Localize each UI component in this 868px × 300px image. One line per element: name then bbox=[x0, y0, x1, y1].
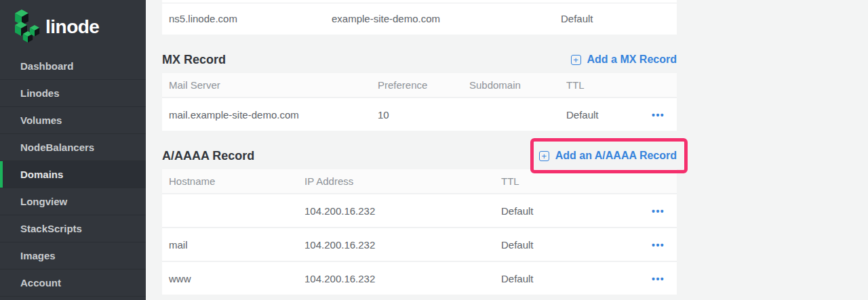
mx-table-header: Mail Server Preference Subdomain TTL bbox=[162, 73, 677, 97]
ellipsis-menu-icon[interactable]: ••• bbox=[652, 206, 665, 217]
a-ip-address-cell: 104.200.16.232 bbox=[304, 205, 501, 217]
mx-record-table: Mail Server Preference Subdomain TTL mai… bbox=[162, 73, 677, 131]
mx-preference-cell: 10 bbox=[378, 109, 469, 121]
a-ttl-cell: Default bbox=[501, 205, 646, 217]
a-table-row: 104.200.16.232 Default ••• bbox=[162, 193, 677, 227]
plus-square-icon: + bbox=[571, 55, 581, 65]
add-mx-record-button[interactable]: + Add a MX Record bbox=[571, 53, 677, 66]
ellipsis-menu-icon[interactable]: ••• bbox=[652, 274, 665, 284]
add-a-aaaa-record-label: Add an A/AAAA Record bbox=[555, 150, 677, 162]
mx-ttl-cell: Default bbox=[566, 109, 646, 121]
sidebar-item-linodes[interactable]: Linodes bbox=[0, 80, 146, 107]
a-row-actions: ••• bbox=[646, 239, 677, 251]
mx-table-row: mail.example-site-demo.com 10 Default ••… bbox=[162, 97, 677, 131]
a-hostname-cell: mail bbox=[162, 239, 304, 251]
sidebar-item-longview[interactable]: Longview bbox=[0, 188, 146, 215]
a-row-actions: ••• bbox=[646, 273, 677, 284]
a-ip-address-cell: 104.200.16.232 bbox=[304, 239, 501, 251]
mx-col-ttl: TTL bbox=[566, 79, 646, 91]
mx-col-subdomain: Subdomain bbox=[469, 79, 566, 91]
a-aaaa-section-title: A/AAAA Record bbox=[162, 149, 254, 163]
ns-subdomain-cell: example-site-demo.com bbox=[332, 13, 561, 24]
domain-records-page: ns5.linode.com example-site-demo.com Def… bbox=[146, 0, 868, 300]
mx-section-header: MX Record + Add a MX Record bbox=[162, 51, 677, 68]
linode-cubes-icon bbox=[12, 9, 41, 44]
sidebar-item-dashboard[interactable]: Dashboard bbox=[0, 53, 146, 80]
a-table-row: mail 104.200.16.232 Default ••• bbox=[162, 227, 677, 261]
plus-square-icon: + bbox=[539, 151, 549, 161]
a-col-hostname: Hostname bbox=[162, 175, 304, 187]
sidebar-item-images[interactable]: Images bbox=[0, 242, 146, 270]
mx-col-mail-server: Mail Server bbox=[162, 79, 378, 91]
sidebar-item-domains[interactable]: Domains bbox=[0, 161, 146, 188]
ellipsis-menu-icon[interactable]: ••• bbox=[652, 240, 665, 251]
mx-col-preference: Preference bbox=[378, 79, 469, 91]
ns-ttl-cell: Default bbox=[561, 13, 677, 24]
linode-logo[interactable]: linode bbox=[0, 0, 146, 53]
mx-section-title: MX Record bbox=[162, 53, 226, 67]
sidebar-item-nodebalancers[interactable]: NodeBalancers bbox=[0, 134, 146, 161]
a-aaaa-record-table: Hostname IP Address TTL 104.200.16.232 D… bbox=[162, 169, 677, 295]
a-table-header: Hostname IP Address TTL bbox=[162, 169, 677, 193]
ellipsis-menu-icon[interactable]: ••• bbox=[652, 110, 665, 121]
a-col-ttl: TTL bbox=[501, 175, 646, 187]
linode-manager-app: linode Dashboard Linodes Volumes NodeBal… bbox=[0, 0, 868, 300]
sidebar-item-stackscripts[interactable]: StackScripts bbox=[0, 215, 146, 242]
a-col-ip-address: IP Address bbox=[304, 175, 501, 187]
ns-table-row: ns5.linode.com example-site-demo.com Def… bbox=[162, 3, 677, 34]
a-aaaa-section-header: A/AAAA Record + Add an A/AAAA Record bbox=[162, 147, 677, 165]
mx-row-actions: ••• bbox=[646, 109, 677, 121]
logo-wordmark: linode bbox=[45, 16, 99, 38]
a-table-row: www 104.200.16.232 Default ••• bbox=[162, 261, 677, 295]
add-a-aaaa-record-button[interactable]: + Add an A/AAAA Record bbox=[539, 150, 677, 162]
add-mx-record-label: Add a MX Record bbox=[587, 53, 677, 66]
a-hostname-cell: www bbox=[162, 273, 304, 284]
a-ttl-cell: Default bbox=[501, 239, 646, 251]
ns-name-server-cell: ns5.linode.com bbox=[162, 13, 332, 24]
sidebar-item-volumes[interactable]: Volumes bbox=[0, 107, 146, 134]
a-ttl-cell: Default bbox=[501, 273, 646, 284]
sidebar-item-account[interactable]: Account bbox=[0, 270, 146, 297]
a-ip-address-cell: 104.200.16.232 bbox=[304, 273, 501, 284]
sidebar: linode Dashboard Linodes Volumes NodeBal… bbox=[0, 0, 146, 300]
ns-record-table-partial: ns5.linode.com example-site-demo.com Def… bbox=[162, 0, 677, 35]
mx-mail-server-cell: mail.example-site-demo.com bbox=[162, 109, 378, 121]
a-row-actions: ••• bbox=[646, 205, 677, 217]
sidebar-nav: Dashboard Linodes Volumes NodeBalancers … bbox=[0, 53, 146, 297]
